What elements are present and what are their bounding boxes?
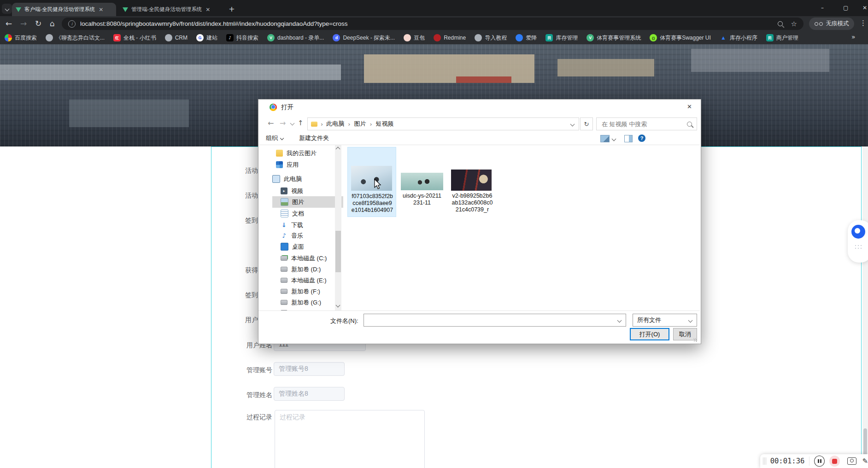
pause-button[interactable] (814, 456, 825, 467)
bookmark-item[interactable]: 田商户管理 (766, 34, 798, 42)
screenshot-camera-button[interactable] (847, 457, 856, 465)
omnibox[interactable]: i localhost:8080/springbootavwmry8v/fron… (62, 18, 803, 30)
dialog-title-bar[interactable]: 打开 ✕ (258, 99, 700, 115)
filename-input[interactable] (368, 316, 618, 324)
preview-pane-icon[interactable] (624, 135, 633, 142)
bookmark-item[interactable]: 爱降 (516, 34, 537, 42)
filename-combo[interactable] (364, 314, 626, 327)
address-bar[interactable]: › 此电脑 › 图片 › 短视频 (307, 117, 579, 130)
open-button[interactable]: 打开(O) (630, 328, 669, 340)
url-text[interactable]: localhost:8080/springbootavwmry8v/front/… (80, 20, 778, 27)
breadcrumb-this-pc[interactable]: 此电脑 (326, 120, 344, 128)
sidebar-scrollbar-thumb[interactable] (335, 231, 341, 272)
scroll-down-icon[interactable] (336, 303, 340, 308)
filename-chevron-icon[interactable] (617, 318, 622, 322)
process-record-textarea[interactable] (275, 410, 425, 468)
dialog-close-icon[interactable]: ✕ (687, 103, 692, 110)
sidebar-item-this-pc[interactable]: 此电脑 (269, 173, 340, 185)
admin-name-input[interactable] (274, 387, 345, 401)
sidebar-item-videos[interactable]: ▸视频 (272, 185, 343, 197)
bookmark-item[interactable]: ▲库存小程序 (720, 34, 757, 42)
drag-handle-dots[interactable] (854, 244, 862, 250)
tab-client[interactable]: 客户端-全民健身活动管理系统 ✕ (12, 3, 116, 16)
file-tile[interactable]: v2-b98925b2b6 ab132ac6008c0 21c4c0739_r (448, 147, 497, 217)
sidebar-item-drive-c[interactable]: 本地磁盘 (C:) (272, 252, 343, 264)
stop-button[interactable] (829, 456, 840, 467)
vue-icon: V (267, 34, 275, 41)
page-scrollbar-track[interactable] (862, 146, 868, 468)
dialog-search-box[interactable] (596, 117, 697, 130)
home-button[interactable]: ⌂ (50, 19, 55, 28)
sidebar-item-drive-d[interactable]: 新加卷 (D:) (272, 263, 343, 275)
sidebar-item-documents[interactable]: 文档 (272, 208, 343, 219)
nav-history-chevron-icon[interactable] (290, 121, 295, 126)
new-folder-button[interactable]: 新建文件夹 (299, 134, 329, 142)
bookmark-item[interactable]: 导入教程 (475, 34, 507, 42)
back-button[interactable]: ← (6, 19, 12, 28)
view-mode-chevron-icon[interactable] (612, 137, 616, 141)
breadcrumb-pictures[interactable]: 图片 (354, 120, 366, 128)
drive-icon (281, 288, 287, 295)
window-maximize-button[interactable]: ▢ (843, 5, 848, 11)
sidebar-item-downloads[interactable]: ↓下载 (272, 219, 343, 231)
resize-grip[interactable] (693, 338, 697, 342)
sidebar-item-apps[interactable]: 应用 (272, 159, 343, 170)
organize-button[interactable]: 组织 (266, 134, 283, 142)
site-info-icon[interactable]: i (68, 20, 76, 28)
menu-icon[interactable]: ⋮ (860, 19, 867, 27)
bookmark-item[interactable]: V体育赛事管理系统 (586, 34, 641, 42)
refresh-button[interactable]: ↻ (580, 117, 593, 130)
bookmark-item[interactable]: G建站 (196, 34, 217, 42)
tab-close-icon[interactable]: ✕ (205, 6, 210, 13)
dialog-search-input[interactable] (601, 120, 687, 128)
file-tile-selected[interactable]: f07103c8352f2b cce8f1958aee9 e1014b16049… (347, 147, 396, 217)
bookmark-item[interactable]: 豆包 (404, 34, 425, 42)
bookmark-item[interactable]: 百度搜索 (5, 34, 37, 42)
file-tile[interactable]: uisdc-ys-20211 231-11 (398, 147, 446, 217)
sidebar-item-drive-e[interactable]: 本地磁盘 (E:) (272, 275, 343, 286)
nav-up-icon[interactable]: ↑ (298, 119, 304, 127)
bookmark-item[interactable]: {}体育赛事Swagger UI (650, 34, 711, 42)
forward-button[interactable]: → (20, 19, 27, 28)
recorder-drag-handle[interactable] (763, 457, 766, 465)
bookmark-item[interactable]: 田库存管理 (545, 34, 578, 42)
window-close-button[interactable]: ✕ (862, 5, 867, 11)
filetype-combo[interactable]: 所有文件 (633, 314, 697, 327)
bookmark-star-icon[interactable]: ☆ (791, 20, 797, 28)
nav-back-icon[interactable]: ← (268, 119, 274, 128)
nav-forward-icon[interactable]: → (280, 119, 286, 128)
assistant-icon[interactable] (851, 225, 865, 239)
scroll-up-icon[interactable] (336, 147, 340, 152)
tab-admin[interactable]: 管理端-全民健身活动管理系统 ✕ (119, 3, 221, 16)
bookmark-item[interactable]: ♪抖音搜索 (226, 34, 258, 42)
help-icon[interactable]: ? (638, 135, 645, 142)
tab-search-button[interactable] (2, 4, 12, 14)
annotate-pencil-button[interactable]: ✎ (862, 457, 868, 465)
bookmarks-overflow-icon[interactable]: » (851, 33, 856, 41)
sidebar-item-music[interactable]: ♪音乐 (272, 230, 343, 241)
bookmark-item[interactable]: 《聊斋志异白话文... (46, 34, 105, 42)
bookmark-item[interactable]: Redmine (434, 34, 466, 41)
address-dropdown-chevron-icon[interactable] (570, 122, 575, 126)
window-minimize-button[interactable]: – (821, 5, 824, 11)
assistant-float-pill[interactable] (848, 220, 868, 263)
zoom-icon[interactable] (778, 21, 783, 26)
tab-close-icon[interactable]: ✕ (99, 6, 103, 13)
sidebar-item-drive-l[interactable]: KESU.. (L:) (272, 307, 343, 310)
sidebar-scrollbar-track[interactable] (335, 145, 341, 310)
bookmark-item[interactable]: 红全栈 - 小红书 (113, 34, 156, 42)
refresh-icon: ↻ (584, 121, 589, 128)
sidebar-item-cloud-pictures[interactable]: 我的云图片 (272, 147, 343, 159)
view-mode-icon[interactable] (600, 135, 610, 142)
reload-button[interactable]: ↻ (35, 19, 41, 28)
new-tab-button[interactable]: + (227, 4, 237, 14)
admin-account-input[interactable] (274, 362, 345, 376)
sidebar-item-desktop[interactable]: 桌面 (272, 241, 343, 252)
bookmark-item[interactable]: Vdashboard - 录单... (267, 34, 324, 42)
bookmark-item[interactable]: CRM (165, 34, 188, 41)
sidebar-item-drive-f[interactable]: 新加卷 (F:) (272, 286, 343, 297)
bookmark-item[interactable]: dDeepSeek - 探索未... (333, 34, 395, 42)
breadcrumb-shortvideo[interactable]: 短视频 (376, 120, 394, 128)
sidebar-item-pictures[interactable]: 图片 (272, 196, 343, 208)
bookmark-label: 体育赛事管理系统 (597, 34, 641, 42)
